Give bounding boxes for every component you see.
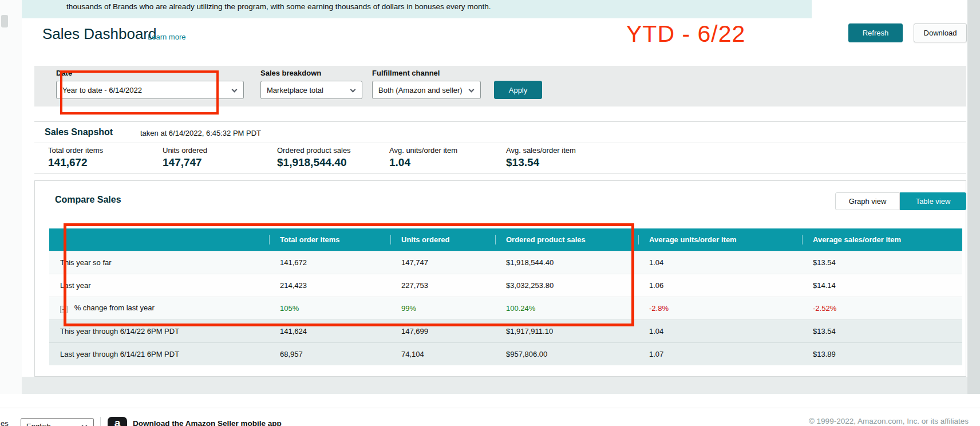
sales-breakdown-value: Marketplace total <box>267 86 323 94</box>
header-separator <box>802 235 803 244</box>
snapshot-title: Sales Snapshot <box>45 127 113 137</box>
sales-breakdown-label: Sales breakdown <box>260 69 321 77</box>
compare-sales-title: Compare Sales <box>55 195 121 205</box>
chevron-down-icon <box>469 87 475 93</box>
table-row-last-year-through: Last year through 6/14/21 6PM PDT 68,957… <box>49 342 962 365</box>
copyright-text: © 1999-2022, Amazon.com, Inc. or its aff… <box>809 417 969 425</box>
stat-total-order-items: Total order items 141,672 <box>48 146 103 169</box>
footer-separator <box>100 417 101 426</box>
apply-button[interactable]: Apply <box>494 81 542 99</box>
chevron-down-icon <box>82 423 88 426</box>
footer-divider <box>0 408 980 408</box>
mobile-app-link[interactable]: Download the Amazon Seller mobile app <box>133 419 282 426</box>
table-view-button[interactable]: Table view <box>900 192 966 210</box>
sales-dashboard-page: thousands of Brands who are already util… <box>0 0 980 426</box>
fulfillment-channel-value: Both (Amazon and seller) <box>378 86 463 94</box>
stat-avg-sales-order-item: Avg. sales/order item $13.54 <box>506 146 576 169</box>
page-title: Sales Dashboard <box>42 25 156 43</box>
collapsed-nav-fragment <box>1 15 8 27</box>
fulfillment-channel-select[interactable]: Both (Amazon and seller) <box>372 81 481 99</box>
footer: es English a Download the Amazon Seller … <box>0 394 980 426</box>
notification-banner: thousands of Brands who are already util… <box>22 0 812 18</box>
header-separator <box>638 235 639 244</box>
header-cell-average-sales: Average sales/order item <box>802 235 962 244</box>
right-edge-strip <box>967 0 980 394</box>
ytd-annotation-text: YTD - 6/22 <box>626 21 745 48</box>
clipped-footer-text: es <box>1 419 9 426</box>
chevron-down-icon <box>232 87 238 93</box>
refresh-button[interactable]: Refresh <box>848 23 903 42</box>
stat-avg-units-order-item: Avg. units/order item 1.04 <box>389 146 457 169</box>
stat-ordered-product-sales: Ordered product sales $1,918,544.40 <box>277 146 351 169</box>
divider <box>34 143 966 143</box>
left-edge-strip <box>0 0 22 394</box>
header-cell-average-units: Average units/order item <box>638 235 802 244</box>
main-content: thousands of Brands who are already util… <box>22 0 967 377</box>
chevron-down-icon <box>350 87 356 93</box>
annotation-rectangle-table <box>64 223 634 326</box>
snapshot-timestamp: taken at 6/14/2022, 6:45:32 PM PDT <box>140 129 261 137</box>
banner-text: thousands of Brands who are already util… <box>66 2 491 11</box>
fulfillment-channel-label: Fulfillment channel <box>372 69 440 77</box>
stat-units-ordered: Units ordered 147,747 <box>163 146 207 169</box>
sales-breakdown-select[interactable]: Marketplace total <box>260 81 362 99</box>
annotation-rectangle-date-filter <box>60 70 219 115</box>
amazon-app-icon: a <box>108 417 127 426</box>
graph-view-button[interactable]: Graph view <box>835 192 900 210</box>
page-bottom-gap <box>22 377 967 394</box>
learn-more-link[interactable]: Learn more <box>148 33 185 41</box>
download-button[interactable]: Download <box>914 23 967 42</box>
language-select-value: English <box>26 422 51 426</box>
language-select[interactable]: English <box>21 418 94 426</box>
sales-snapshot-section: Sales Snapshot taken at 6/14/2022, 6:45:… <box>34 121 966 173</box>
